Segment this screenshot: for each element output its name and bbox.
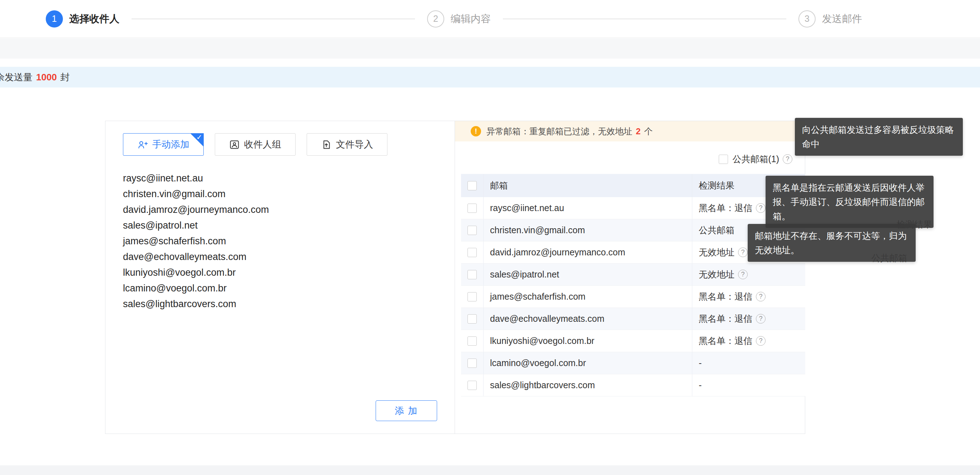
- recipient-line: sales@ipatrol.net: [123, 218, 438, 233]
- step-2-circle: 2: [427, 10, 444, 27]
- row-email: lkuniyoshi@voegol.com.br: [484, 330, 692, 352]
- recipient-line: lkuniyoshi@voegol.com.br: [123, 265, 438, 280]
- recipient-line: raysc@iinet.net.au: [123, 170, 438, 186]
- table-header-row: 邮箱 检测结果: [461, 174, 805, 197]
- recipient-picker-card: 手动添加 ✓ 收件人组 文件: [105, 121, 805, 434]
- row-email: dave@echovalleymeats.com: [484, 308, 692, 330]
- help-icon[interactable]: ?: [756, 292, 765, 302]
- tooltip-public-mailbox: 向公共邮箱发送过多容易被反垃圾策略命中: [795, 118, 963, 156]
- table-row: james@schaferfish.com 黑名单：退信?: [461, 286, 805, 308]
- row-email: christen.vin@gmail.com: [484, 219, 692, 241]
- row-checkbox[interactable]: [468, 359, 477, 368]
- tab-manual-add-label: 手动添加: [152, 138, 189, 151]
- bulk-mail-wizard-page: 1 选择收件人 2 编辑内容 3 发送邮件 余发送量 1000 封: [0, 0, 980, 475]
- step-3-label: 发送邮件: [822, 12, 862, 26]
- row-checkbox[interactable]: [468, 203, 477, 213]
- recipient-line: james@schaferfish.com: [123, 233, 438, 249]
- tooltip-invalid-address: 邮箱地址不存在、服务不可达等，归为无效地址。: [748, 224, 916, 262]
- add-button[interactable]: 添 加: [375, 400, 437, 421]
- step-1: 1 选择收件人: [46, 10, 119, 27]
- select-all-checkbox[interactable]: [468, 181, 477, 191]
- email-column-header: 邮箱: [484, 174, 692, 197]
- step-2-label: 编辑内容: [451, 12, 491, 26]
- row-result: 无效地址: [699, 246, 735, 258]
- detection-table: 邮箱 检测结果 raysc@iinet.net.au 黑名单：退信? chris…: [461, 174, 805, 396]
- row-result: 无效地址: [699, 268, 735, 280]
- warning-icon: !: [471, 126, 481, 137]
- input-mode-tabs: 手动添加 ✓ 收件人组 文件: [123, 133, 387, 156]
- invalid-count: 2: [636, 126, 641, 137]
- row-result: 黑名单：退信: [699, 335, 752, 347]
- table-row: lcamino@voegol.com.br -: [461, 352, 805, 374]
- table-row: raysc@iinet.net.au 黑名单：退信?: [461, 197, 805, 219]
- recipient-line: david.jamroz@journeymanco.com: [123, 202, 438, 218]
- table-row: dave@echovalleymeats.com 黑名单：退信?: [461, 308, 805, 330]
- recipient-line: sales@lightbarcovers.com: [123, 296, 438, 312]
- step-header: 1 选择收件人 2 编辑内容 3 发送邮件: [0, 0, 980, 38]
- row-email: sales@lightbarcovers.com: [484, 374, 692, 396]
- row-checkbox[interactable]: [468, 381, 477, 390]
- table-row: sales@lightbarcovers.com -: [461, 374, 805, 396]
- tooltip-blacklist: 黑名单是指在云邮通发送后因收件人举报、手动退订、反垃圾邮件而退信的邮箱。: [765, 176, 934, 228]
- row-checkbox[interactable]: [468, 248, 477, 257]
- file-import-icon: [321, 139, 332, 150]
- row-result: -: [699, 358, 702, 368]
- active-tab-check-icon: ✓: [196, 133, 202, 141]
- step-1-circle: 1: [46, 10, 63, 27]
- help-icon[interactable]: ?: [738, 248, 748, 257]
- row-checkbox[interactable]: [468, 270, 477, 279]
- public-mailbox-filter: 公共邮箱(1) ?: [719, 153, 792, 165]
- recipient-input-panel: 手动添加 ✓ 收件人组 文件: [105, 121, 455, 434]
- row-email: david.jamroz@journeymanco.com: [484, 241, 692, 263]
- bottom-strip: [0, 465, 980, 475]
- quota-amount: 1000: [36, 72, 57, 83]
- step-1-label: 选择收件人: [69, 12, 119, 26]
- recipient-line: lcamino@voegol.com.br: [123, 280, 438, 296]
- help-icon[interactable]: ?: [738, 270, 748, 279]
- help-icon[interactable]: ?: [756, 203, 765, 213]
- tab-recipient-group-label: 收件人组: [244, 138, 281, 151]
- tab-file-import[interactable]: 文件导入: [307, 133, 387, 156]
- row-result: 黑名单：退信: [699, 202, 752, 214]
- table-row: lkuniyoshi@voegol.com.br 黑名单：退信?: [461, 330, 805, 352]
- row-email: sales@ipatrol.net: [484, 264, 692, 285]
- row-checkbox[interactable]: [468, 226, 477, 235]
- step-3-circle: 3: [799, 10, 816, 27]
- public-mailbox-help-icon[interactable]: ?: [783, 154, 792, 164]
- recipient-group-icon: [229, 139, 240, 150]
- row-checkbox[interactable]: [468, 292, 477, 302]
- public-mailbox-label: 公共邮箱(1): [732, 153, 779, 165]
- warning-bar: ! 异常邮箱：重复邮箱已过滤，无效地址 2 个: [455, 121, 805, 141]
- row-email: james@schaferfish.com: [484, 286, 692, 308]
- public-mailbox-checkbox[interactable]: [719, 155, 728, 164]
- detection-result-panel: ! 异常邮箱：重复邮箱已过滤，无效地址 2 个 公共邮箱(1) ? 邮箱 检测结…: [455, 121, 805, 434]
- row-result: 黑名单：退信: [699, 313, 752, 325]
- quota-banner: 余发送量 1000 封: [0, 67, 980, 87]
- row-email: raysc@iinet.net.au: [484, 197, 692, 219]
- warning-text: 异常邮箱：重复邮箱已过滤，无效地址: [487, 126, 632, 137]
- warning-suffix: 个: [644, 126, 652, 137]
- quota-label: 余发送量: [0, 71, 32, 84]
- row-result: 黑名单：退信: [699, 291, 752, 302]
- quota-unit: 封: [60, 71, 70, 84]
- help-icon[interactable]: ?: [756, 336, 765, 346]
- tab-file-import-label: 文件导入: [336, 138, 373, 151]
- row-checkbox[interactable]: [468, 337, 477, 346]
- manual-add-icon: [137, 139, 148, 150]
- recipient-line: christen.vin@gmail.com: [123, 186, 438, 202]
- spacer-strip: [0, 38, 980, 59]
- tab-recipient-group[interactable]: 收件人组: [215, 133, 296, 156]
- recipient-line: dave@echovalleymeats.com: [123, 249, 438, 265]
- row-checkbox[interactable]: [468, 314, 477, 324]
- step-2: 2 编辑内容: [427, 10, 491, 27]
- recipients-textarea[interactable]: raysc@iinet.net.au christen.vin@gmail.co…: [123, 170, 438, 312]
- step-3: 3 发送邮件: [799, 10, 862, 27]
- tab-manual-add[interactable]: 手动添加 ✓: [123, 133, 204, 156]
- table-row: sales@ipatrol.net 无效地址?: [461, 264, 805, 286]
- row-result: 公共邮箱: [699, 224, 735, 236]
- row-email: lcamino@voegol.com.br: [484, 352, 692, 374]
- help-icon[interactable]: ?: [756, 314, 765, 324]
- step-connector: [503, 19, 786, 19]
- step-connector: [132, 19, 415, 19]
- row-result: -: [699, 380, 702, 390]
